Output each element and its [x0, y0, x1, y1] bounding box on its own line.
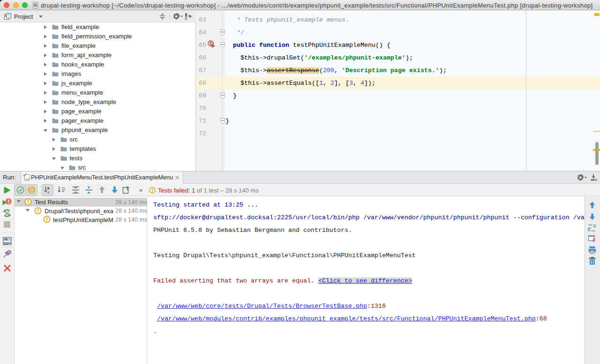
svg-text:z: z [47, 190, 49, 194]
svg-text:php: php [25, 178, 29, 180]
